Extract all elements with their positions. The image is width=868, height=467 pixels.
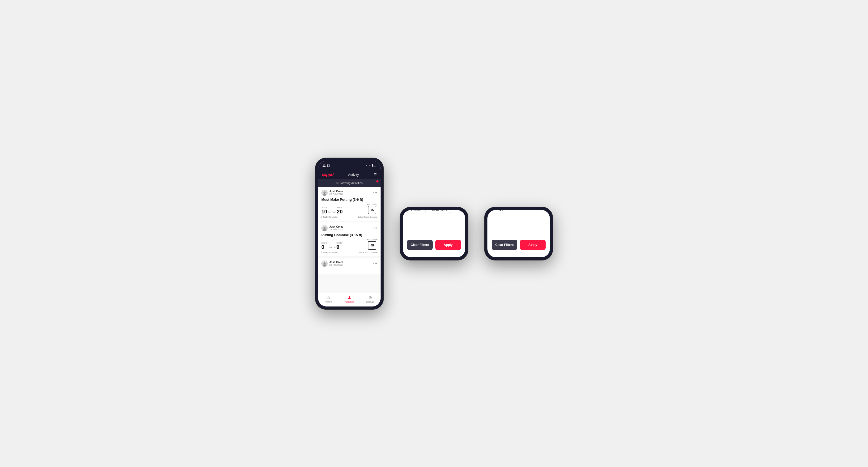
practice-drills-chips-3: OTT APP ARG PUTT: [492, 210, 546, 213]
scene: 11:33 ▲ ᯤ 51 clippd Activity ☰ ⚙ Viewing…: [299, 142, 569, 325]
filter-actions-3: Clear Filters Apply: [488, 237, 550, 254]
putt-chip-3[interactable]: PUTT: [492, 210, 507, 213]
filter-actions-2: Clear Filters Apply: [403, 237, 465, 254]
more-dots-3[interactable]: •••: [373, 262, 377, 266]
data-source-1: Data: Clippd Capture: [358, 216, 377, 218]
nav-home-label: Home: [325, 301, 332, 303]
shot-quality-label-1: Shot Quality: [366, 203, 377, 206]
user-date-2: 28 Feb 2023: [329, 228, 343, 231]
user-name-2: Josh Coles: [329, 225, 343, 228]
nav-activities-label: Activities: [345, 301, 354, 303]
app-title-1: Activity: [348, 173, 359, 177]
nav-capture-label: Capture: [366, 301, 374, 303]
wifi-icon: ᯤ: [369, 164, 371, 167]
data-source-2: Data: Clippd Capture: [358, 251, 377, 254]
signal-icon: ▲: [366, 164, 368, 167]
activity-header-1: Josh Coles 28 Feb 2023 •••: [321, 190, 377, 196]
shots-block-1: Shots 20: [337, 206, 342, 214]
nav-home[interactable]: ⌂ Home: [318, 295, 339, 303]
activity-header-3: Josh Coles 28 Feb 2023 •••: [321, 260, 377, 267]
test-info-2: ℹ Test Information: [321, 251, 338, 254]
user-name-1: Josh Coles: [329, 190, 343, 193]
user-date-3: 28 Feb 2023: [329, 263, 343, 266]
shot-quality-badge-2: 45: [368, 241, 376, 250]
activity-item-2[interactable]: Josh Coles 28 Feb 2023 ••• Putting Combi…: [318, 222, 380, 256]
user-info-2: Josh Coles 28 Feb 2023: [321, 225, 343, 231]
status-icons-1: ▲ ᯤ 51: [366, 164, 376, 167]
filter-sheet-3: Filter ✕ Show Rounds Practice Drills Pra…: [488, 210, 550, 257]
shot-quality-badge-1: 75: [368, 206, 376, 214]
clear-filters-btn-2[interactable]: Clear Filters: [407, 240, 433, 250]
phone-1-screen: 11:33 ▲ ᯤ 51 clippd Activity ☰ ⚙ Viewing…: [318, 161, 380, 307]
stats-row-1: Score 10 OUT OF Shots 20 Shot Quality 75: [321, 203, 377, 214]
user-name-3: Josh Coles: [329, 261, 343, 263]
info-icon-1: ℹ: [321, 216, 322, 218]
score-value-2: 0: [321, 244, 327, 250]
more-dots-1[interactable]: •••: [373, 191, 377, 195]
activity-header-2: Josh Coles 28 Feb 2023 •••: [321, 225, 377, 231]
notch-1: [339, 161, 360, 166]
shot-quality-block-1: Shot Quality 75: [366, 203, 377, 214]
user-info-1: Josh Coles 28 Feb 2023: [321, 190, 343, 196]
activities-icon: ♟: [347, 295, 351, 300]
nav-activities[interactable]: ♟ Activities: [339, 295, 360, 303]
score-label-1: Score: [321, 206, 327, 209]
apply-btn-3[interactable]: Apply: [520, 240, 546, 250]
info-icon-2: ℹ: [321, 251, 322, 254]
avatar-2: [321, 225, 328, 231]
filter-body-2: Show Rounds Practice Drills Rounds Pract…: [403, 210, 465, 237]
shots-block-2: Shots 9: [336, 242, 342, 250]
phone-1: 11:33 ▲ ᯤ 51 clippd Activity ☰ ⚙ Viewing…: [315, 158, 384, 310]
user-name-date-2: Josh Coles 28 Feb 2023: [329, 225, 343, 231]
apply-btn-2[interactable]: Apply: [435, 240, 461, 250]
nav-capture[interactable]: ⊕ Capture: [360, 295, 380, 303]
phone-2-screen: 11:33 ▲ ᯤ 51 clippd Activity ☰ ⚙ Viewing…: [403, 210, 465, 257]
activity-footer-1: ℹ Test Information Data: Clippd Capture: [321, 216, 377, 218]
shots-label-1: Shots: [337, 206, 342, 209]
stats-row-2: Score 0 OUT OF Shots 9 Shot Quality 45: [321, 239, 377, 250]
out-of-2: OUT OF: [328, 246, 336, 249]
user-date-1: 28 Feb 2023: [329, 193, 343, 195]
user-name-date-1: Josh Coles 28 Feb 2023: [329, 190, 343, 195]
capture-icon: ⊕: [368, 295, 372, 300]
activity-title-1: Must Make Putting (3-6 ft): [321, 197, 377, 201]
activity-item-1[interactable]: Josh Coles 28 Feb 2023 ••• Must Make Put…: [318, 187, 380, 221]
more-dots-2[interactable]: •••: [373, 226, 377, 230]
shots-label-2: Shots: [336, 242, 342, 244]
score-value-1: 10: [321, 209, 327, 214]
avatar-3: [321, 260, 328, 267]
settings-icon-1: ⚙: [336, 181, 339, 185]
activity-list-1: Josh Coles 28 Feb 2023 ••• Must Make Put…: [318, 187, 380, 293]
viewing-bar-text-1: Viewing Activities: [340, 181, 363, 185]
app-logo-1: clippd: [322, 173, 334, 177]
practice-chip-2[interactable]: Practice: [407, 210, 426, 213]
app-header-1: clippd Activity ☰: [318, 170, 380, 179]
time-1: 11:33: [322, 164, 330, 167]
activity-footer-2: ℹ Test Information Data: Clippd Capture: [321, 251, 377, 254]
shots-value-2: 9: [336, 244, 342, 250]
score-label-2: Score: [321, 242, 327, 244]
phone-3: 11:33 ▲ ᯤ 51 clippd Activity ☰ ⚙ Viewing…: [484, 207, 553, 260]
score-block-2: Score 0: [321, 242, 327, 250]
status-bar-1: 11:33 ▲ ᯤ 51: [318, 161, 380, 170]
user-info-3: Josh Coles 28 Feb 2023: [321, 260, 343, 267]
activity-title-2: Putting Combine (3-15 ft): [321, 233, 377, 237]
filter-body-3: Show Rounds Practice Drills Practice Dri…: [488, 210, 550, 237]
phone-3-screen: 11:33 ▲ ᯤ 51 clippd Activity ☰ ⚙ Viewing…: [488, 210, 550, 257]
clear-filters-btn-3[interactable]: Clear Filters: [492, 240, 517, 250]
viewing-bar-1[interactable]: ⚙ Viewing Activities: [318, 179, 380, 187]
score-block-1: Score 10: [321, 206, 327, 214]
phone-2: 11:33 ▲ ᯤ 51 clippd Activity ☰ ⚙ Viewing…: [400, 207, 468, 260]
bottom-nav-1: ⌂ Home ♟ Activities ⊕ Capture: [318, 293, 380, 307]
hamburger-icon-1[interactable]: ☰: [373, 173, 377, 177]
battery-icon: 51: [372, 164, 376, 167]
shot-quality-block-2: Shot Quality 45: [366, 239, 377, 250]
activity-item-3[interactable]: Josh Coles 28 Feb 2023 •••: [318, 258, 380, 274]
rounds-chips-2: Practice Tournament: [407, 210, 461, 213]
tournament-chip-2[interactable]: Tournament: [428, 210, 451, 213]
viewing-dot-1: [376, 180, 378, 183]
home-icon: ⌂: [328, 295, 330, 300]
shot-quality-label-2: Shot Quality: [366, 239, 377, 241]
shots-value-1: 20: [337, 209, 342, 214]
test-info-1: ℹ Test Information: [321, 216, 338, 218]
